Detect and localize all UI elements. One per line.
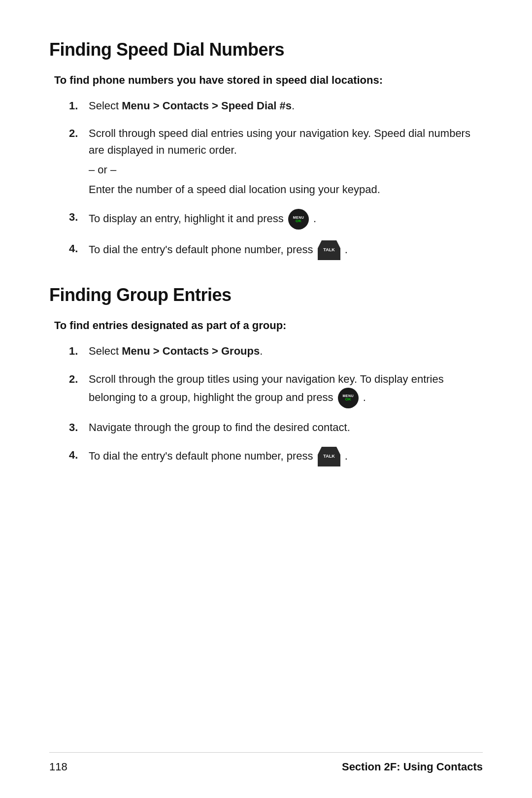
menu-ok-icon: MENU OK xyxy=(338,388,359,408)
icon-ok-label: OK xyxy=(345,398,351,401)
step-number: 2. xyxy=(69,125,83,142)
talk-icon: TALK xyxy=(318,447,340,466)
section2-subtitle: To find entries designated as part of a … xyxy=(54,319,483,332)
section-speed-dial: Finding Speed Dial Numbers To find phone… xyxy=(49,39,483,260)
svg-text:TALK: TALK xyxy=(323,247,335,252)
step-2-3: 3. Navigate through the group to find th… xyxy=(69,419,483,436)
step-content: To dial the entry's default phone number… xyxy=(89,240,483,260)
section1-steps: 1. Select Menu > Contacts > Speed Dial #… xyxy=(69,98,483,260)
page-footer: 118 Section 2F: Using Contacts xyxy=(49,752,483,773)
or-separator: – or – xyxy=(89,162,483,178)
section2-steps: 1. Select Menu > Contacts > Groups. 2. S… xyxy=(69,343,483,466)
step-1-1: 1. Select Menu > Contacts > Speed Dial #… xyxy=(69,98,483,114)
talk-icon: TALK xyxy=(318,240,340,260)
menu-ok-button-icon-wrap: MENU OK xyxy=(287,209,310,230)
section-group-entries: Finding Group Entries To find entries de… xyxy=(49,285,483,466)
step-1-2: 2. Scroll through speed dial entries usi… xyxy=(69,125,483,198)
step-content: Scroll through the group titles using yo… xyxy=(89,371,483,408)
step-content: Select Menu > Contacts > Groups. xyxy=(89,343,483,360)
step-number: 3. xyxy=(69,209,83,226)
footer-page-number: 118 xyxy=(49,761,67,773)
step-number: 3. xyxy=(69,419,83,436)
svg-text:TALK: TALK xyxy=(323,454,335,459)
footer-section-label: Section 2F: Using Contacts xyxy=(342,761,483,773)
step-number: 2. xyxy=(69,371,83,388)
step-number: 4. xyxy=(69,447,83,464)
page-content: Finding Speed Dial Numbers To find phone… xyxy=(0,0,532,517)
section1-subtitle: To find phone numbers you have stored in… xyxy=(54,74,483,87)
talk-button-icon-wrap: TALK xyxy=(316,447,342,466)
step-2-1: 1. Select Menu > Contacts > Groups. xyxy=(69,343,483,360)
step-number: 1. xyxy=(69,98,83,114)
step-1-4: 4. To dial the entry's default phone num… xyxy=(69,240,483,260)
step-2-4: 4. To dial the entry's default phone num… xyxy=(69,447,483,466)
step-1-3: 3. To display an entry, highlight it and… xyxy=(69,209,483,230)
step-content: Select Menu > Contacts > Speed Dial #s. xyxy=(89,98,483,114)
icon-ok-label: OK xyxy=(296,219,301,223)
step-number: 4. xyxy=(69,240,83,257)
step-content: To display an entry, highlight it and pr… xyxy=(89,209,483,230)
step-content: Navigate through the group to find the d… xyxy=(89,419,483,436)
bold-menu-path: Menu > Contacts > Groups xyxy=(122,345,260,357)
talk-button-icon-wrap: TALK xyxy=(316,240,342,260)
section-title-group: Finding Group Entries xyxy=(49,285,483,305)
step-content: Scroll through speed dial entries using … xyxy=(89,125,483,198)
menu-ok-button-icon-wrap: MENU OK xyxy=(336,388,360,408)
menu-ok-icon: MENU OK xyxy=(288,209,309,230)
step-2-2: 2. Scroll through the group titles using… xyxy=(69,371,483,408)
section-title-speed-dial: Finding Speed Dial Numbers xyxy=(49,39,483,60)
bold-menu-path: Menu > Contacts > Speed Dial #s xyxy=(122,100,292,112)
step-number: 1. xyxy=(69,343,83,360)
step-content: To dial the entry's default phone number… xyxy=(89,447,483,466)
